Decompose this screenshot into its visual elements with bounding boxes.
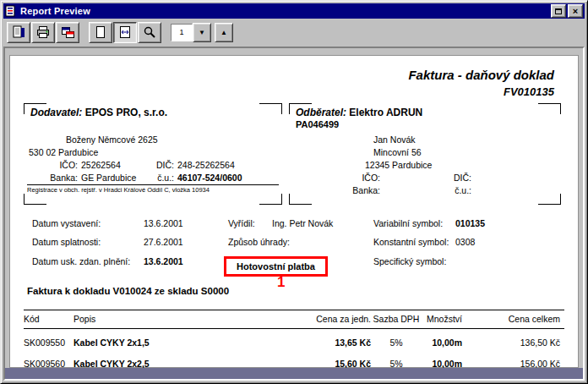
supplier-account-label: č.u.: (140, 172, 174, 184)
annotation-marker: 1 (277, 274, 285, 291)
items-table-header: Kód Popis Cena za jedn. Sazba DPH Množst… (24, 310, 564, 329)
supplier-dic-label: DIČ: (140, 159, 174, 172)
report-page: Faktura - daňový doklad FV010135 Dodavat… (9, 55, 579, 368)
item-quantity: 10,00m (414, 337, 462, 348)
customer-code: PA046499 (296, 119, 339, 129)
invoice-number: FV010135 (504, 85, 554, 98)
payment-method-highlight: Hotovostní platba (224, 256, 328, 277)
detail-row: Datum splatnosti: 27.6.2001 Způsob úhrad… (24, 237, 569, 252)
customer-ico-value (384, 172, 431, 184)
customer-contact: Jan Novák (292, 134, 559, 146)
payment-method-label: Způsob úhrady: (228, 237, 290, 247)
zoom-button[interactable] (138, 22, 161, 43)
page-down-button[interactable]: ▼ (193, 23, 211, 42)
app-icon (5, 5, 17, 17)
tax-date-label: Datum usk. zdan. plnění: (32, 256, 130, 266)
print-icon (36, 25, 50, 39)
invoice-title: Faktura - daňový doklad (408, 68, 554, 82)
corner-mark (259, 194, 282, 205)
issue-date-value: 13.6.2001 (144, 218, 183, 228)
header-description: Popis (74, 314, 95, 324)
customer-bank-value (384, 184, 431, 197)
supplier-ico-value: 25262564 (81, 159, 137, 172)
supplier-city: 530 02 Pardubice (27, 146, 280, 159)
header-code: Kód (24, 314, 40, 324)
whole-page-icon (94, 25, 107, 39)
due-date-value: 27.6.2001 (144, 237, 183, 247)
item-unit-price: 13,65 Kč (299, 337, 371, 348)
variable-symbol-value: 010135 (455, 218, 485, 228)
print-button[interactable] (31, 22, 55, 43)
tax-date-value: 13.6.2001 (144, 256, 183, 266)
maximize-button[interactable] (551, 4, 566, 18)
supplier-registration: Registrace v obch. rejstř. v Hradci Král… (27, 184, 279, 194)
detail-row: Datum usk. zdan. plnění: 13.6.2001 Hotov… (24, 256, 569, 272)
page-width-icon (118, 25, 132, 39)
zoom-icon (143, 25, 156, 39)
due-date-label: Datum splatnosti: (32, 237, 101, 247)
toolbar-separator (162, 20, 171, 44)
close-icon: × (573, 7, 578, 16)
report-preview-window: Report Preview × 1 ▼ ▲ Faktura - daň (0, 0, 588, 384)
supplier-dic-value: 248-25262564 (177, 159, 280, 172)
supplier-block: Dodavatel: EPOS PRO, s.r.o. Boženy Němco… (24, 103, 282, 205)
supplier-bank-value: GE Pardubice (81, 172, 137, 184)
report-button[interactable] (7, 22, 30, 43)
customer-block: Odběratel: Elektro ADRUN PA046499 Jan No… (289, 103, 561, 205)
issue-date-label: Datum vystavení: (32, 218, 101, 228)
supplier-bank-label: Banka: (27, 172, 78, 184)
constant-symbol-label: Konstantní symbol: (373, 237, 449, 247)
customer-bank-label: Banka: (292, 184, 380, 197)
page-setup-button[interactable] (56, 22, 79, 43)
close-button[interactable]: × (568, 4, 583, 18)
customer-dic-value (475, 172, 559, 184)
supplier-account-value: 46107-524/0600 (177, 172, 280, 184)
supplier-label: Dodavatel: (30, 107, 82, 118)
detail-row: Datum vystavení: 13.6.2001 Vyřídil: Ing.… (24, 218, 569, 233)
corner-mark (538, 103, 561, 114)
whole-page-view-button[interactable] (89, 22, 112, 43)
page-up-button[interactable]: ▲ (215, 23, 233, 42)
maximize-icon (555, 8, 562, 14)
report-icon (12, 25, 25, 39)
horizontal-scrollbar[interactable] (5, 368, 583, 379)
toolbar: 1 ▼ ▲ (3, 19, 585, 46)
header-quantity: Množství (414, 314, 462, 324)
header-total: Cena celkem (467, 314, 560, 324)
variable-symbol-label: Variabilní symbol: (373, 218, 443, 228)
handler-label: Vyřídil: (228, 218, 255, 228)
handler-value: Ing. Petr Novák (272, 218, 333, 228)
preview-area: Faktura - daňový doklad FV010135 Dodavat… (3, 47, 585, 381)
customer-name: Elektro ADRUN (349, 107, 422, 118)
chevron-down-icon: ▼ (199, 29, 205, 36)
specific-symbol-label: Specifický symbol: (373, 256, 446, 266)
chevron-up-icon: ▲ (220, 29, 227, 36)
customer-city: 12345 Pardubice (292, 159, 559, 172)
window-title: Report Preview (20, 6, 549, 16)
customer-account-value (475, 184, 559, 197)
supplier-ico-label: IČO: (27, 159, 78, 172)
header-unit-price: Cena za jedn. (299, 314, 371, 324)
customer-dic-label: DIČ: (434, 172, 471, 184)
customer-label: Odběratel: (296, 107, 346, 118)
constant-symbol-value: 0308 (455, 237, 475, 247)
customer-account-label: č.u.: (434, 184, 471, 197)
supplier-street: Boženy Němcové 2625 (27, 134, 280, 146)
item-row: SK009550 Kabel CYKY 2x1,5 13,65 Kč 5% 10… (24, 337, 564, 351)
page-number-display[interactable]: 1 (171, 24, 193, 41)
corner-mark (24, 194, 46, 205)
corner-mark (259, 103, 282, 114)
item-code: SK009550 (24, 337, 65, 348)
item-total: 136,50 Kč (467, 337, 560, 348)
titlebar[interactable]: Report Preview × (3, 3, 585, 19)
customer-ico-label: IČO: (292, 172, 380, 184)
invoice-reference: Faktura k dokladu V010024 ze skladu S000… (27, 286, 229, 296)
supplier-name: EPOS PRO, s.r.o. (85, 107, 167, 118)
customer-street: Mincovní 56 (292, 146, 559, 159)
page-setup-icon (61, 25, 74, 39)
item-name: Kabel CYKY 2x1,5 (74, 337, 150, 348)
toolbar-separator (80, 20, 89, 44)
page-width-view-button[interactable] (113, 22, 137, 43)
